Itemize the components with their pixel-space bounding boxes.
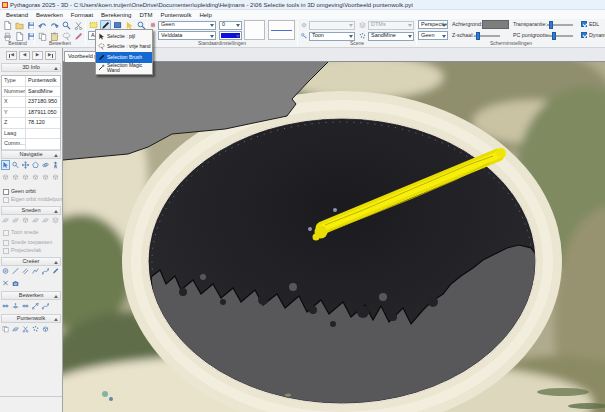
section-header-creeer[interactable]: Creëer [1,257,61,266]
transparantie-slider[interactable] [547,20,573,29]
toon-snede-checkbox[interactable] [3,230,9,236]
slice-box-icon[interactable] [21,215,30,225]
zero-combobox[interactable]: 0 [219,21,242,30]
menu-dtm[interactable]: DTM [135,12,156,18]
style-preview-point[interactable] [244,20,265,40]
pc-classify-icon[interactable] [1,324,10,334]
menu-item-selection-brush[interactable]: Selection Brush [96,52,152,63]
undo-icon[interactable] [37,20,48,30]
nav-cursor-icon[interactable] [1,160,10,170]
row-value[interactable] [26,139,60,150]
slice-flip-icon[interactable] [41,215,50,225]
zoom-icon[interactable] [11,160,20,170]
pcpunt-slider[interactable] [547,31,573,40]
move-point-icon[interactable] [11,301,20,311]
view-front-icon[interactable] [11,172,20,182]
section-header-navigatie[interactable]: Navigatie [1,150,61,159]
dtms-combobox[interactable]: DTMs [368,21,414,30]
row-value[interactable] [26,129,60,140]
create-point-icon[interactable] [1,266,10,276]
scene-empty-combobox[interactable] [309,21,355,30]
zschaal-slider[interactable] [474,31,500,40]
menu-puntenwolk[interactable]: Puntenwolk [156,12,195,18]
edl-checkbox[interactable] [581,21,587,27]
velddata-combobox[interactable]: Velddata [158,31,216,40]
geen-combobox[interactable]: Geen [158,21,216,30]
perspectief-combobox[interactable]: Perspectief [418,20,448,29]
toon-snede-option[interactable]: Toon snede [3,230,38,236]
color-combobox[interactable] [219,31,242,40]
record-first-icon[interactable]: ◀ [6,51,17,60]
pan-icon[interactable] [21,160,30,170]
toon-combobox[interactable]: Toon [309,32,355,41]
row-value[interactable]: SandMine [26,87,60,98]
slice-edit-icon[interactable] [11,215,20,225]
slider-thumb[interactable] [476,32,480,40]
create-freehand-icon[interactable] [51,266,60,276]
find-icon[interactable] [61,20,72,30]
remove-point-icon[interactable] [21,301,30,311]
snede-toepassen-option[interactable]: Snede toepassen [3,240,52,246]
view-top-icon[interactable] [1,172,10,182]
slice-plane-icon[interactable] [31,215,40,225]
edit-spline-icon[interactable] [41,301,50,311]
geen-orbit-checkbox[interactable] [3,189,9,195]
orbit-free-icon[interactable] [31,160,40,170]
menu-bestand[interactable]: Bestand [2,12,32,18]
dynamisch-checkbox[interactable] [581,32,587,38]
view-side-icon[interactable] [21,172,30,182]
view-back-icon[interactable] [41,172,50,182]
slider-thumb[interactable] [549,21,553,29]
create-spline-icon[interactable] [41,266,50,276]
menu-item-selection-magic-wand[interactable]: Selection Magic Wand [96,63,152,74]
row-value[interactable]: Puntenwolk [26,76,60,87]
sandmine-combobox[interactable]: SandMine [368,32,414,41]
section-header-sneden[interactable]: Sneden [1,206,61,215]
section-header-bewerken-panel[interactable]: Bewerken [1,291,61,300]
view-bottom-icon[interactable] [51,172,60,182]
pc-extract-icon[interactable] [41,324,50,334]
viewport-scene[interactable] [63,62,605,412]
record-prev-icon[interactable]: ◀ [19,51,30,60]
camera-icon[interactable] [11,278,20,288]
delete-icon[interactable] [1,278,10,288]
section-header-puntenwolk-panel[interactable]: Puntenwolk [1,314,61,323]
create-polyline-icon[interactable] [31,266,40,276]
menu-help[interactable]: Help [195,12,215,18]
split-line-icon[interactable] [31,301,40,311]
projectievlak-option[interactable]: Projectievlak [3,248,41,254]
record-last-icon[interactable]: ▶ [45,51,56,60]
new-file-icon[interactable] [2,20,13,30]
section-header-3d-info[interactable]: 3D Info [1,63,61,72]
row-value[interactable]: 237180.950 [26,97,60,108]
slider-thumb[interactable] [552,32,556,40]
menu-berekening[interactable]: Berekening [97,12,135,18]
pc-filter-icon[interactable] [11,324,20,334]
insert-point-icon[interactable] [1,301,10,311]
projectievlak-checkbox[interactable] [3,248,9,254]
row-value[interactable]: 187911.050 [26,108,60,119]
eigen-orbit-checkbox[interactable] [3,197,9,203]
cut-icon[interactable] [73,20,84,30]
menu-item-selectie-pijl[interactable]: Selectie : pijl [96,31,152,42]
eigen-orbit-option[interactable]: Eigen orbit middelpunt [3,197,64,203]
style-preview-line[interactable] [268,20,295,40]
walk-person-icon[interactable] [51,160,60,170]
format-brush-icon[interactable] [73,31,84,41]
redo-icon[interactable] [49,20,60,30]
3d-viewport[interactable] [63,62,605,412]
snede-toepassen-checkbox[interactable] [3,240,9,246]
slice-new-icon[interactable] [1,215,10,225]
slice-export-icon[interactable] [51,215,60,225]
geen-orbit-option[interactable]: Geen orbit [3,189,36,195]
copy-icon[interactable] [37,31,48,41]
geen2-combobox[interactable]: Geen [418,31,448,40]
achtergrond-swatch[interactable] [482,20,509,29]
orbit-icon[interactable] [41,160,50,170]
menu-item-selectie-vrije-hand[interactable]: Selectie : vrije hand [96,42,152,53]
pc-clip-icon[interactable] [21,324,30,334]
menu-formaat[interactable]: Formaat [67,12,97,18]
row-value[interactable]: 78.120 [26,118,60,129]
menu-bewerken[interactable]: Bewerken [32,12,67,18]
create-line-icon[interactable] [11,266,20,276]
